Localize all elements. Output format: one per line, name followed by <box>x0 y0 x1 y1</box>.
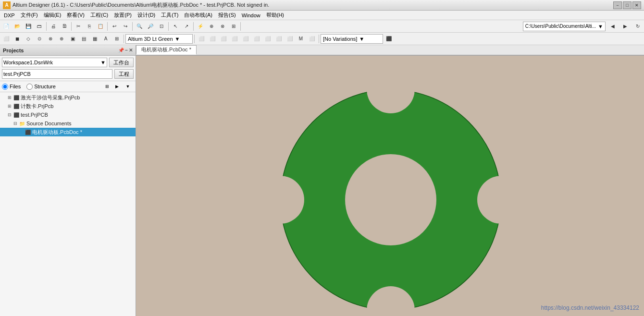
tab-label: 电机驱动板.PcbDoc * <box>141 46 191 53</box>
toolbar1: 📄 📂 💾 🗃 🖨 🖺 ✂ ⎘ 📋 ↩ ↪ 🔍 🔎 ⊡ ↖ ↗ ⚡ ⊕ ⊗ ⊞ … <box>0 20 644 33</box>
minimize-button[interactable]: − <box>613 1 622 9</box>
menu-view[interactable]: 察看(V) <box>64 11 87 19</box>
menu-file[interactable]: 文件(F) <box>18 11 41 19</box>
tb2-23[interactable]: ⬛ <box>384 34 394 44</box>
radio-structure-input[interactable] <box>26 84 33 90</box>
menu-bar: DXP 文件(F) 编辑(E) 察看(V) 工程(C) 放置(P) 设计(D) … <box>0 11 644 20</box>
canvas-area[interactable]: https://blog.csdn.net/weixin_43334122 <box>136 56 644 316</box>
tb-save-all[interactable]: 🗃 <box>34 21 45 32</box>
tb-nav-fwd[interactable]: ▶ <box>620 21 631 32</box>
tb2-8[interactable]: ▤ <box>78 34 89 44</box>
tb2-13[interactable]: ⬜ <box>207 34 218 44</box>
menu-place[interactable]: 放置(P) <box>111 11 135 19</box>
tb-zoom-out[interactable]: 🔎 <box>145 21 156 32</box>
theme-label: Altium 3D Lt Green <box>128 36 173 42</box>
tree-item-source-docs[interactable]: ⊟ 📁 Source Documents <box>0 119 136 128</box>
panel-icon-3[interactable]: ▼ <box>122 82 134 91</box>
tb-paste[interactable]: 📋 <box>95 21 106 32</box>
tb2-10[interactable]: A <box>100 34 111 44</box>
canvas-container: 电机驱动板.PcbDoc * <box>136 45 644 316</box>
panel-icon-2[interactable]: ▶ <box>112 82 121 91</box>
label-counter: 计数卡.PrjPcb <box>21 103 53 110</box>
tb-nav-back[interactable]: ◀ <box>607 21 618 32</box>
pcb-shape <box>136 56 644 315</box>
menu-design[interactable]: 设计(D) <box>135 11 158 19</box>
tb2-6[interactable]: ⊕ <box>56 34 67 44</box>
tb2-7[interactable]: ▣ <box>67 34 78 44</box>
panel-close-icon[interactable]: ✕ <box>129 48 133 53</box>
panel-minimize-icon[interactable]: − <box>125 48 128 53</box>
tb2-2[interactable]: ◼ <box>12 34 23 44</box>
tb-extra4[interactable]: ⊞ <box>228 21 239 32</box>
tb-fit[interactable]: ⊡ <box>156 21 167 32</box>
theme-dropdown[interactable]: Altium 3D Lt Green ▼ <box>125 34 193 44</box>
tree-item-counter[interactable]: ⊞ ⬛ 计数卡.PrjPcb <box>0 102 136 110</box>
path-dropdown[interactable]: C:\Users\Public\Documents\Alti... ▼ <box>523 22 606 31</box>
tb2-12[interactable]: ⬜ <box>196 34 207 44</box>
tb-copy[interactable]: ⎘ <box>84 21 95 32</box>
tb-select[interactable]: ↖ <box>170 21 181 32</box>
tb-undo[interactable]: ↩ <box>109 21 120 32</box>
project-button[interactable]: 工程 <box>114 69 134 79</box>
tree-item-pcbdoc[interactable]: ⬛ 电机驱动板.PcbDoc * <box>0 128 136 136</box>
tb-deselect[interactable]: ↗ <box>181 21 192 32</box>
expand-counter: ⊞ <box>8 104 13 109</box>
tab-pcbdoc[interactable]: 电机驱动板.PcbDoc * <box>136 45 197 55</box>
tb-cut[interactable]: ✂ <box>73 21 84 32</box>
variations-dropdown[interactable]: [No Variations] ▼ <box>321 34 383 44</box>
tb2-22[interactable]: ⬜ <box>307 34 317 44</box>
tree-item-test[interactable]: ⊟ ⬛ test.PrjPCB <box>0 110 136 119</box>
icon-laser: ⬛ <box>13 95 19 100</box>
toolbar-sep2 <box>71 22 72 31</box>
panel-icon-1[interactable]: ⊞ <box>103 82 111 91</box>
radio-structure[interactable]: Structure <box>26 84 56 90</box>
theme-chevron: ▼ <box>175 36 180 42</box>
tb2-9[interactable]: ▦ <box>89 34 100 44</box>
tb-save[interactable]: 💾 <box>23 21 34 32</box>
menu-project[interactable]: 工程(C) <box>87 11 111 19</box>
menu-dxp[interactable]: DXP <box>1 12 18 19</box>
folder-icon: 📁 <box>19 121 25 126</box>
panel-pin-icon[interactable]: 📌 <box>118 48 124 53</box>
menu-tools[interactable]: 工具(T) <box>158 11 181 19</box>
tb2-11[interactable]: ⊞ <box>111 34 122 44</box>
tb2-19[interactable]: ⬜ <box>273 34 284 44</box>
tb-extra2[interactable]: ⊕ <box>206 21 217 32</box>
radio-files-input[interactable] <box>2 84 8 90</box>
tb2-1[interactable]: ⬜ <box>1 34 12 44</box>
tb2-17[interactable]: ⬜ <box>251 34 262 44</box>
tb-extra1[interactable]: ⚡ <box>195 21 206 32</box>
panel-controls: Workspace1.DsnWrk ▼ 工作台 工程 <box>0 56 136 81</box>
workspace-dropdown[interactable]: Workspace1.DsnWrk ▼ <box>2 58 107 67</box>
menu-help[interactable]: 帮助(H) <box>263 11 287 19</box>
menu-reports[interactable]: 报告(S) <box>215 11 239 19</box>
workspace-button[interactable]: 工作台 <box>109 58 134 67</box>
tb2-15[interactable]: ⬜ <box>229 34 240 44</box>
tree-item-laser[interactable]: ⊞ ⬛ 激光干涉信号采集.PrjPcb <box>0 93 136 102</box>
menu-autoroute[interactable]: 自动布线(A) <box>181 11 215 19</box>
radio-files[interactable]: Files <box>2 84 21 90</box>
close-button[interactable]: ✕ <box>632 1 641 9</box>
tb2-18[interactable]: ⬜ <box>262 34 273 44</box>
tb-print[interactable]: 🖨 <box>48 21 59 32</box>
expand-laser: ⊞ <box>8 95 13 100</box>
tb-new[interactable]: 📄 <box>1 21 12 32</box>
tb-extra3[interactable]: ⊗ <box>217 21 228 32</box>
menu-edit[interactable]: 编辑(E) <box>41 11 64 19</box>
tb2-20[interactable]: ⬜ <box>285 34 295 44</box>
maximize-button[interactable]: □ <box>623 1 632 9</box>
tb-open[interactable]: 📂 <box>12 21 23 32</box>
tb2-14[interactable]: ⬜ <box>218 34 229 44</box>
tb2-3[interactable]: ◇ <box>23 34 34 44</box>
tb2-4[interactable]: ⊙ <box>34 34 45 44</box>
tb2-16[interactable]: ⬜ <box>240 34 251 44</box>
tb2-21[interactable]: M <box>296 34 306 44</box>
project-input[interactable] <box>2 69 112 79</box>
title-bar: A Altium Designer (16.1) - C:\Users\Publ… <box>0 0 644 11</box>
tb-print-prev[interactable]: 🖺 <box>59 21 70 32</box>
tb2-5[interactable]: ⊗ <box>45 34 56 44</box>
tb-redo[interactable]: ↪ <box>120 21 131 32</box>
menu-window[interactable]: Window <box>239 12 263 19</box>
tb-zoom-in[interactable]: 🔍 <box>134 21 145 32</box>
tb-refresh[interactable]: ↻ <box>632 21 643 32</box>
